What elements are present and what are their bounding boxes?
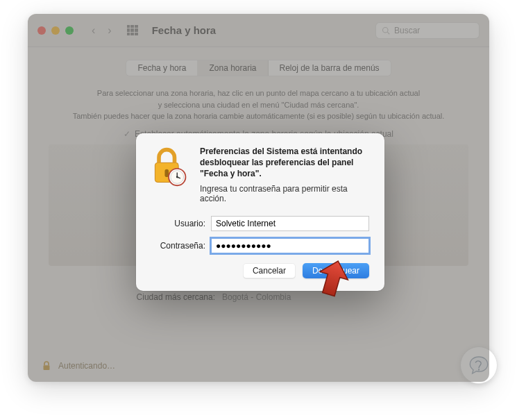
search-icon	[382, 26, 390, 35]
cancel-button[interactable]: Cancelar	[243, 263, 296, 278]
nav-arrows: ‹ ›	[92, 24, 112, 37]
svg-rect-4	[164, 169, 169, 177]
city-value: Bogotá - Colombia	[222, 292, 291, 302]
tab-timezone[interactable]: Zona horaria	[198, 60, 268, 76]
forward-icon[interactable]: ›	[108, 24, 111, 37]
lock-hint-text: Autenticando…	[58, 361, 115, 371]
password-label: Contraseña:	[149, 241, 211, 251]
auth-subtitle: Ingresa tu contraseña para permitir esta…	[200, 184, 369, 203]
tabs: Fecha y hora Zona horaria Reloj de la ba…	[126, 60, 391, 76]
titlebar: ‹ › Fecha y hora Buscar	[28, 14, 489, 47]
lock-row[interactable]: Autenticando…	[40, 360, 115, 372]
zoom-window-icon[interactable]	[65, 26, 74, 35]
minimize-window-icon[interactable]	[51, 26, 60, 35]
lock-clock-icon	[149, 146, 190, 187]
svg-line-1	[387, 32, 389, 34]
speech-bubble-icon	[468, 354, 490, 376]
tab-date-time[interactable]: Fecha y hora	[126, 60, 198, 76]
auth-title: Preferencias del Sistema está intentando…	[200, 146, 369, 180]
window-title: Fecha y hora	[152, 24, 217, 36]
close-window-icon[interactable]	[37, 26, 46, 35]
tab-menu-clock[interactable]: Reloj de la barra de menús	[269, 60, 391, 76]
svg-point-9	[176, 176, 178, 178]
help-chat-button[interactable]	[460, 346, 498, 384]
user-label: Usuario:	[149, 219, 211, 228]
show-all-icon[interactable]	[127, 25, 138, 36]
auth-message: Preferencias del Sistema está intentando…	[200, 146, 369, 203]
user-field[interactable]	[211, 216, 369, 231]
svg-point-10	[478, 369, 480, 371]
annotation-arrow-icon	[316, 259, 350, 298]
search-placeholder: Buscar	[394, 26, 420, 35]
password-field[interactable]	[211, 238, 369, 253]
svg-rect-2	[44, 365, 50, 370]
city-label: Ciudad más cercana:	[49, 292, 222, 302]
traffic-lights	[37, 26, 74, 35]
back-icon[interactable]: ‹	[92, 24, 95, 37]
svg-point-0	[383, 27, 389, 33]
help-text: Para seleccionar una zona horaria, haz c…	[49, 87, 468, 122]
lock-icon	[40, 360, 53, 372]
search-input[interactable]: Buscar	[375, 22, 480, 39]
